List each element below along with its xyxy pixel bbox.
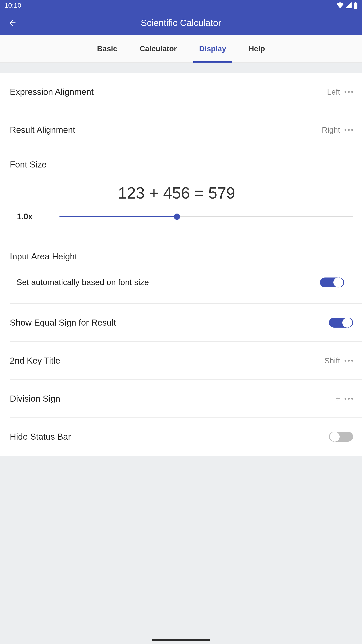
tab-calculator[interactable]: Calculator (134, 35, 183, 62)
setting-hide-status-bar[interactable]: Hide Status Bar (10, 418, 362, 456)
setting-value: Left (327, 88, 340, 96)
status-icons (337, 2, 358, 9)
arrow-left-icon (8, 18, 17, 27)
setting-result-alignment[interactable]: Result Alignment Right (10, 111, 362, 149)
setting-value-group: Shift (325, 356, 353, 365)
input-area-auto-toggle[interactable] (320, 276, 344, 289)
show-equal-toggle[interactable] (329, 316, 353, 329)
setting-font-size: Font Size 123 + 456 = 579 1.0x (10, 149, 362, 241)
wifi-icon (337, 2, 344, 8)
hide-status-toggle[interactable] (329, 430, 353, 443)
navigation-handle[interactable] (152, 639, 210, 641)
back-button[interactable] (7, 18, 18, 28)
setting-value-group: Right (322, 126, 353, 134)
empty-area (0, 456, 362, 644)
tab-label: Basic (97, 44, 117, 53)
setting-show-equal-sign[interactable]: Show Equal Sign for Result (10, 304, 362, 342)
setting-label: Font Size (10, 149, 353, 170)
tab-label: Display (199, 44, 226, 53)
status-time: 10:10 (4, 2, 21, 9)
setting-sublabel: Set automatically based on font size (16, 278, 149, 287)
setting-label: Input Area Height (10, 241, 353, 262)
app-bar: Scientific Calculator (0, 11, 362, 35)
setting-value-group: Left (327, 88, 353, 96)
tab-display[interactable]: Display (193, 35, 232, 62)
setting-label: Division Sign (10, 394, 60, 404)
setting-input-area-auto[interactable]: Set automatically based on font size (10, 262, 353, 304)
page-title: Scientific Calculator (141, 18, 221, 28)
section-gap (0, 62, 362, 73)
setting-value-group: ÷ (336, 394, 353, 403)
font-size-slider[interactable] (59, 212, 353, 221)
tab-bar: Basic Calculator Display Help (0, 35, 362, 62)
setting-label: Hide Status Bar (10, 432, 71, 442)
setting-value: Shift (325, 356, 340, 365)
font-slider-row: 1.0x (10, 212, 353, 240)
signal-icon (346, 2, 352, 8)
font-scale-label: 1.0x (10, 212, 33, 222)
setting-second-key-title[interactable]: 2nd Key Title Shift (10, 342, 362, 380)
more-icon (345, 91, 353, 93)
tab-basic[interactable]: Basic (91, 35, 123, 62)
settings-list: Expression Alignment Left Result Alignme… (0, 73, 362, 456)
more-icon (345, 360, 353, 362)
setting-value: ÷ (336, 394, 340, 403)
toggle-knob (330, 432, 340, 442)
toggle-knob (342, 318, 352, 328)
more-icon (345, 398, 353, 400)
toggle-knob (334, 278, 343, 287)
more-icon (345, 129, 353, 131)
tab-label: Calculator (140, 44, 177, 53)
tab-label: Help (249, 44, 265, 53)
setting-value: Right (322, 126, 340, 134)
slider-fill (59, 216, 177, 217)
setting-input-area-height: Input Area Height Set automatically base… (10, 241, 362, 304)
battery-icon (354, 2, 358, 9)
status-bar: 10:10 (0, 0, 362, 11)
setting-expression-alignment[interactable]: Expression Alignment Left (10, 73, 362, 111)
setting-division-sign[interactable]: Division Sign ÷ (10, 380, 362, 418)
setting-label: Result Alignment (10, 125, 75, 135)
setting-label: Expression Alignment (10, 87, 94, 97)
setting-label: 2nd Key Title (10, 356, 60, 366)
font-preview: 123 + 456 = 579 (0, 170, 353, 212)
tab-help[interactable]: Help (243, 35, 271, 62)
slider-thumb (174, 214, 180, 220)
setting-label: Show Equal Sign for Result (10, 318, 116, 328)
